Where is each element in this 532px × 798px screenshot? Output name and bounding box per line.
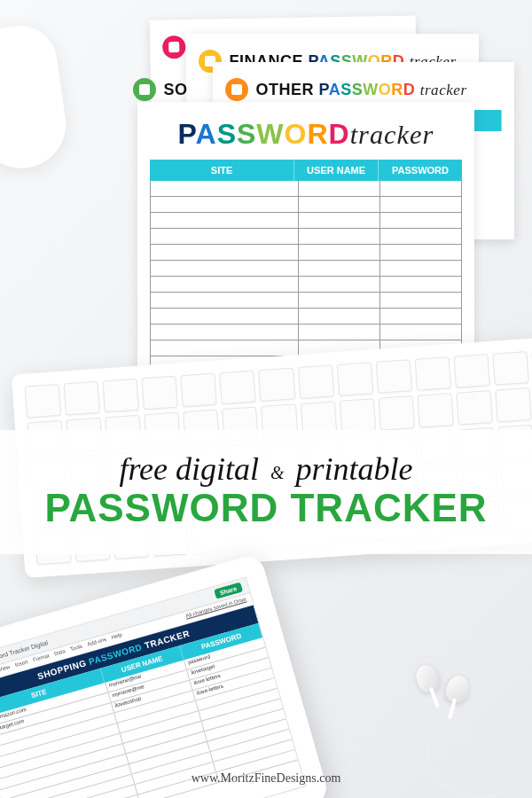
col-username: USER NAME (294, 160, 379, 181)
headline-overlay: free digital & printable PASSWORD TRACKE… (0, 430, 532, 554)
tablet-device: Share Password Tracker Digital FileEditV… (0, 552, 331, 798)
headline-main: PASSWORD TRACKER (9, 489, 523, 528)
headline-script: free digital & printable (9, 453, 523, 485)
footer-url: www.MoritzFineDesigns.com (0, 771, 532, 786)
tag-icon (225, 78, 248, 101)
earbud-right (444, 673, 472, 704)
computer-mouse (0, 21, 72, 174)
medical-icon (162, 35, 185, 59)
col-site: SITE (150, 160, 294, 181)
earbuds (399, 665, 488, 736)
col-password: PASSWORD (379, 160, 462, 181)
main-sheet-title: PASSWORDtracker (150, 118, 462, 151)
sheet-other-title: OTHER PASSWORD tracker (255, 81, 466, 99)
main-table-header: SITE USER NAME PASSWORD (150, 160, 462, 181)
sheet-social-title: SO (163, 81, 187, 99)
earbud-left (413, 662, 442, 694)
phone-icon (133, 78, 156, 101)
tablet-screen: Password Tracker Digital FileEditViewIns… (0, 576, 306, 798)
